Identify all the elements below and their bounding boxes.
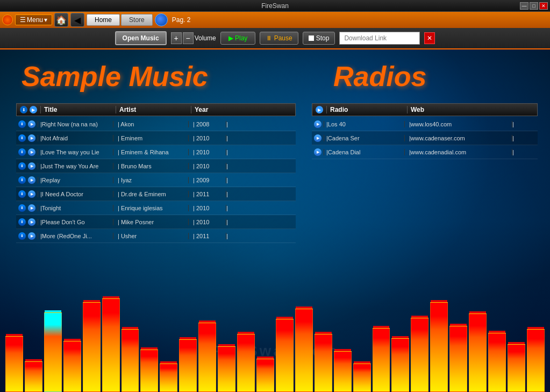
eq-bar bbox=[508, 284, 525, 392]
eq-bar bbox=[5, 284, 23, 392]
row-icons: ⬇ ▶ bbox=[16, 162, 38, 170]
eq-bar bbox=[391, 284, 409, 392]
pause-button[interactable]: ⏸ Pause bbox=[260, 32, 298, 45]
stop-button[interactable]: Stop bbox=[303, 32, 335, 45]
song-play-button[interactable]: ▶ bbox=[28, 134, 35, 142]
song-play-button[interactable]: ▶ bbox=[28, 190, 35, 198]
song-row-end: | bbox=[226, 135, 231, 141]
close-button[interactable]: ✕ bbox=[539, 2, 548, 10]
radio-play-button[interactable]: ▶ bbox=[314, 120, 322, 128]
radio-table-row: ▶ |Cadena Ser |www.cadenaser.com | bbox=[312, 131, 538, 145]
song-title: |Please Don't Go bbox=[38, 219, 113, 225]
eq-bar bbox=[527, 284, 545, 392]
radio-row-end: | bbox=[512, 121, 517, 127]
back-button[interactable]: ◀ bbox=[70, 13, 84, 27]
row-icons: ⬇ ▶ bbox=[16, 190, 38, 198]
song-row-end: | bbox=[226, 205, 231, 211]
music-table-row: ⬇ ▶ |Replay | Iyaz | 2009 | bbox=[16, 173, 296, 187]
eq-bar bbox=[373, 284, 390, 392]
menu-button[interactable]: ☰ Menu ▾ bbox=[15, 15, 52, 25]
song-download-button[interactable]: ⬇ bbox=[18, 162, 26, 170]
radio-header-icons: ▶ bbox=[312, 106, 326, 113]
song-download-button[interactable]: ⬇ bbox=[18, 190, 26, 198]
radio-station-web: |www.cadenaser.com bbox=[404, 135, 512, 141]
song-year: | 2008 bbox=[188, 121, 226, 127]
window-controls: — □ ✕ bbox=[520, 2, 548, 10]
radio-station-name: |Cadena Ser bbox=[324, 135, 404, 141]
music-rows: ⬇ ▶ |Right Now (na na na) | Akon | 2008 … bbox=[16, 117, 296, 243]
song-artist: | Eminem bbox=[113, 135, 188, 141]
song-row-end: | bbox=[226, 191, 231, 197]
minimize-button[interactable]: — bbox=[520, 2, 528, 10]
music-table-row: ⬇ ▶ |Just The way You Are | Bruno Mars |… bbox=[16, 159, 296, 173]
volume-down-button[interactable]: − bbox=[183, 32, 194, 44]
song-title: |I Need A Doctor bbox=[38, 191, 113, 197]
page-label: Pag. 2 bbox=[172, 16, 191, 24]
play-button[interactable]: ▶ Play bbox=[220, 32, 256, 45]
radio-row-icons: ▶ bbox=[312, 148, 324, 156]
eq-bar bbox=[353, 284, 371, 392]
music-table-header: ⬇ ▶ Title Artist Year bbox=[16, 103, 296, 116]
radio-table-header: ▶ Radio Web bbox=[312, 103, 538, 116]
song-artist: | Eminem & Rihana bbox=[113, 149, 188, 155]
song-artist: | Akon bbox=[113, 121, 188, 127]
tab-store[interactable]: Store bbox=[121, 14, 153, 26]
radio-section-title: Radios bbox=[333, 60, 426, 92]
song-download-button[interactable]: ⬇ bbox=[18, 120, 26, 128]
song-artist: | Enrique iglesias bbox=[113, 205, 188, 211]
maximize-button[interactable]: □ bbox=[530, 2, 538, 10]
song-download-button[interactable]: ⬇ bbox=[18, 148, 26, 156]
nav-tabs: Home Store bbox=[87, 14, 153, 26]
eq-bar bbox=[140, 284, 158, 392]
song-play-button[interactable]: ▶ bbox=[28, 176, 35, 184]
song-play-button[interactable]: ▶ bbox=[28, 232, 35, 240]
eq-bar bbox=[160, 284, 177, 392]
col-header-year: Year bbox=[191, 106, 228, 113]
song-row-end: | bbox=[226, 163, 231, 169]
song-year: | 2010 bbox=[188, 149, 226, 155]
chevron-down-icon: ▾ bbox=[44, 16, 47, 24]
song-download-button[interactable]: ⬇ bbox=[18, 176, 26, 184]
eq-bar bbox=[256, 284, 274, 392]
song-artist: | Mike Posner bbox=[113, 219, 188, 225]
song-download-button[interactable]: ⬇ bbox=[18, 204, 26, 212]
song-play-button[interactable]: ▶ bbox=[28, 218, 35, 226]
download-close-button[interactable]: ✕ bbox=[424, 32, 435, 44]
song-download-button[interactable]: ⬇ bbox=[18, 232, 26, 240]
song-row-end: | bbox=[226, 149, 231, 155]
eq-bar bbox=[469, 284, 487, 392]
song-play-button[interactable]: ▶ bbox=[28, 148, 35, 156]
radio-row-icons: ▶ bbox=[312, 134, 324, 142]
song-row-end: | bbox=[226, 177, 231, 183]
app-logo bbox=[2, 15, 13, 25]
open-music-button[interactable]: Open Music bbox=[115, 31, 167, 45]
home-icon-button[interactable]: 🏠 bbox=[54, 13, 68, 27]
row-icons: ⬇ ▶ bbox=[16, 204, 38, 212]
song-play-button[interactable]: ▶ bbox=[28, 204, 35, 212]
song-year: | 2011 bbox=[188, 233, 226, 239]
song-title: |Not Afraid bbox=[38, 135, 113, 141]
volume-up-button[interactable]: + bbox=[171, 32, 182, 44]
radio-station-name: |Los 40 bbox=[324, 121, 404, 127]
download-link-input[interactable] bbox=[339, 32, 420, 45]
row-icons: ⬇ ▶ bbox=[16, 148, 38, 156]
radio-station-web: |www.cadenadial.com bbox=[404, 149, 512, 155]
song-play-button[interactable]: ▶ bbox=[28, 120, 35, 128]
song-row-end: | bbox=[226, 121, 231, 127]
radio-row-end: | bbox=[512, 135, 517, 141]
toolbar: Open Music + − Volume ▶ Play ⏸ Pause Sto… bbox=[0, 28, 550, 49]
tab-home[interactable]: Home bbox=[87, 14, 120, 26]
song-download-button[interactable]: ⬇ bbox=[18, 218, 26, 226]
stop-icon bbox=[309, 35, 314, 41]
eq-bar bbox=[411, 284, 428, 392]
eq-bar bbox=[315, 284, 332, 392]
song-play-button[interactable]: ▶ bbox=[28, 162, 35, 170]
song-download-button[interactable]: ⬇ bbox=[18, 134, 26, 142]
radio-station-web: |www.los40.com bbox=[404, 121, 512, 127]
eq-bar bbox=[102, 284, 120, 392]
radio-play-button[interactable]: ▶ bbox=[314, 134, 322, 142]
eq-bar bbox=[488, 284, 506, 392]
download-header-icon: ⬇ bbox=[20, 106, 27, 113]
radio-play-button[interactable]: ▶ bbox=[314, 148, 322, 156]
radio-station-name: |Cadena Dial bbox=[324, 149, 404, 155]
